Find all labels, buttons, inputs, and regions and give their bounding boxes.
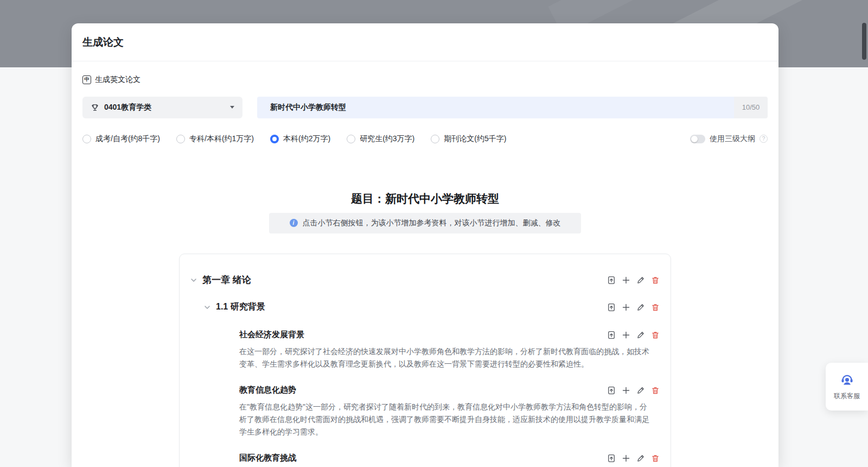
word-count-option-2[interactable]: 本科(约2万字) xyxy=(270,134,330,144)
radio-icon xyxy=(347,135,355,143)
subsection-title: 教育信息化趋势 xyxy=(239,385,296,395)
word-count-radio-group: 成考/自考(约8千字) 专科/本科(约1万字) 本科(约2万字) 研究生(约3万… xyxy=(82,134,506,144)
help-icon[interactable]: ? xyxy=(760,135,768,143)
subsection-title: 社会经济发展背景 xyxy=(239,330,304,340)
word-count-option-0[interactable]: 成考/自考(约8千字) xyxy=(82,134,160,144)
modal-header: 生成论文 xyxy=(72,23,778,61)
contact-support-label: 联系客服 xyxy=(834,392,860,401)
contact-support-button[interactable]: 联系客服 xyxy=(826,363,868,411)
word-count-option-1[interactable]: 专科/本科(约1万字) xyxy=(176,134,254,144)
radio-icon xyxy=(82,135,91,143)
category-select[interactable]: 0401教育学类 xyxy=(82,97,242,118)
row-actions xyxy=(607,386,660,395)
delete-icon[interactable] xyxy=(651,454,660,463)
subsection-title: 国际化教育挑战 xyxy=(239,453,296,463)
add-icon[interactable] xyxy=(622,303,630,312)
outline-subsection: 国际化教育挑战 xyxy=(190,452,660,464)
import-file-icon[interactable] xyxy=(607,331,616,339)
edit-icon[interactable] xyxy=(636,331,645,339)
outline-subsection: 社会经济发展背景 在这一部分，研究探讨了社会经济的快速发展对中小学教师角色和教学… xyxy=(190,329,660,370)
word-count-option-4[interactable]: 期刊论文(约5千字) xyxy=(431,134,506,144)
add-icon[interactable] xyxy=(622,331,630,339)
outline-subsection: 教育信息化趋势 在"教育信息化趋势"这一部分，研究者探讨了随着新时代的到来，教育… xyxy=(190,384,660,438)
import-file-icon[interactable] xyxy=(607,276,616,285)
radio-icon xyxy=(176,135,185,143)
topic-input-wrap: 新时代中小学教师转型 10/50 xyxy=(257,97,768,118)
subsection-summary: 在这一部分，研究探讨了社会经济的快速发展对中小学教师角色和教学方法的影响，分析了… xyxy=(239,345,660,370)
generate-paper-modal: 生成论文 中 生成英文论文 0401教育学类 新时代中小学教师转型 xyxy=(72,23,778,467)
generate-english-paper-link[interactable]: 中 生成英文论文 xyxy=(82,75,141,85)
outline-chapter-row: 第一章 绪论 xyxy=(190,274,660,287)
char-counter: 10/50 xyxy=(734,97,768,118)
collapse-chevron-icon[interactable] xyxy=(190,277,197,283)
category-select-value: 0401教育学类 xyxy=(104,103,225,112)
edit-icon[interactable] xyxy=(636,303,645,312)
outline-card: 第一章 绪论 xyxy=(179,254,671,467)
paper-title: 题目：新时代中小学教师转型 xyxy=(82,191,768,207)
outline-level-toggle-group: 使用三级大纲 ? xyxy=(690,134,768,144)
add-icon[interactable] xyxy=(622,276,630,285)
customer-service-icon xyxy=(840,373,854,388)
info-icon: i xyxy=(290,219,298,227)
modal-title: 生成论文 xyxy=(82,35,124,49)
edit-icon[interactable] xyxy=(636,454,645,463)
hint-banner: i 点击小节右侧按钮，为该小节增加参考资料，对该小节进行增加、删减、修改 xyxy=(269,213,581,234)
outline-section-row: 1.1 研究背景 xyxy=(190,301,660,314)
edit-icon[interactable] xyxy=(636,386,645,395)
options-row: 成考/自考(约8千字) 专科/本科(约1万字) 本科(约2万字) 研究生(约3万… xyxy=(82,134,768,144)
controls-row: 0401教育学类 新时代中小学教师转型 10/50 xyxy=(82,97,768,118)
radio-label: 专科/本科(约1万字) xyxy=(189,134,254,144)
subsection-summary: 在"教育信息化趋势"这一部分，研究者探讨了随着新时代的到来，教育信息化对中小学教… xyxy=(239,401,660,438)
hint-text: 点击小节右侧按钮，为该小节增加参考资料，对该小节进行增加、删减、修改 xyxy=(303,218,561,228)
import-file-icon[interactable] xyxy=(607,454,616,463)
delete-icon[interactable] xyxy=(651,386,660,395)
chapter-title: 第一章 绪论 xyxy=(202,274,251,286)
language-icon: 中 xyxy=(82,75,91,84)
import-file-icon[interactable] xyxy=(607,303,616,312)
radio-label: 本科(约2万字) xyxy=(283,134,330,144)
radio-label: 期刊论文(约5千字) xyxy=(444,134,506,144)
generate-english-paper-label: 生成英文论文 xyxy=(95,75,141,85)
add-icon[interactable] xyxy=(622,454,630,463)
row-actions xyxy=(607,276,660,285)
row-actions xyxy=(607,303,660,312)
collapse-chevron-icon[interactable] xyxy=(204,304,210,311)
outline-level-toggle[interactable] xyxy=(690,135,705,143)
radio-label: 成考/自考(约8千字) xyxy=(95,134,160,144)
radio-icon xyxy=(270,135,279,143)
delete-icon[interactable] xyxy=(651,276,660,285)
word-count-option-3[interactable]: 研究生(约3万字) xyxy=(347,134,414,144)
delete-icon[interactable] xyxy=(651,303,660,312)
page-scrollbar[interactable] xyxy=(862,23,866,60)
topic-input[interactable]: 新时代中小学教师转型 xyxy=(257,97,734,118)
row-actions xyxy=(607,454,660,463)
row-actions xyxy=(607,331,660,339)
modal-body: 中 生成英文论文 0401教育学类 新时代中小学教师转型 10/50 xyxy=(72,61,778,467)
import-file-icon[interactable] xyxy=(607,386,616,395)
toggle-knob xyxy=(691,136,698,142)
outline-level-toggle-label: 使用三级大纲 xyxy=(710,134,755,144)
radio-icon xyxy=(431,135,439,143)
add-icon[interactable] xyxy=(622,386,630,395)
trophy-icon xyxy=(91,103,99,112)
delete-icon[interactable] xyxy=(651,331,660,339)
radio-label: 研究生(约3万字) xyxy=(360,134,414,144)
edit-icon[interactable] xyxy=(636,276,645,285)
chevron-down-icon xyxy=(230,106,234,109)
section-title: 1.1 研究背景 xyxy=(216,301,265,313)
